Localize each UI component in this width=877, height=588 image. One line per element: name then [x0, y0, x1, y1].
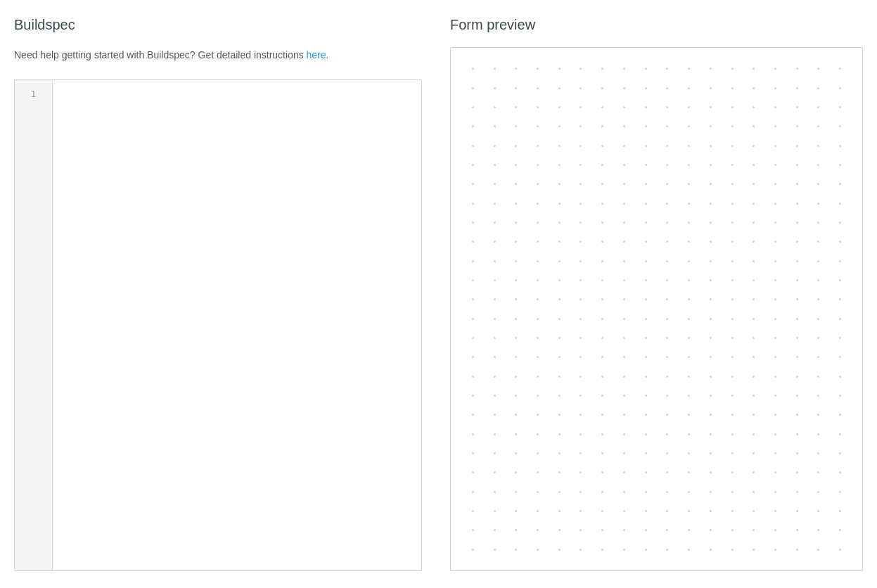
- dot: [678, 59, 700, 78]
- dot: [527, 367, 549, 386]
- dot: [678, 463, 700, 482]
- dot: [570, 251, 592, 270]
- dot: [613, 309, 635, 328]
- dot: [635, 193, 657, 212]
- dot: [484, 193, 506, 212]
- dot: [549, 405, 570, 424]
- dot: [700, 463, 722, 482]
- dot: [678, 347, 700, 366]
- dot: [462, 501, 484, 520]
- dot: [613, 463, 635, 482]
- dot: [527, 328, 549, 347]
- dot: [678, 213, 700, 232]
- dot: [549, 482, 570, 501]
- dot: [527, 444, 549, 463]
- help-link[interactable]: here.: [307, 49, 329, 60]
- dot: [700, 482, 722, 501]
- dot: [808, 347, 830, 366]
- buildspec-textarea[interactable]: [53, 80, 421, 570]
- dot: [786, 117, 808, 136]
- dot: [808, 213, 830, 232]
- dot: [570, 59, 592, 78]
- line-numbers: 1: [15, 80, 53, 570]
- dot: [635, 367, 657, 386]
- dot: [462, 290, 484, 309]
- dot: [722, 309, 743, 328]
- dot: [743, 117, 764, 136]
- dot: [591, 59, 613, 78]
- dot: [786, 463, 808, 482]
- dot: [635, 540, 657, 559]
- dot: [764, 59, 786, 78]
- dot: [527, 405, 549, 424]
- dot: [808, 463, 830, 482]
- dot: [786, 309, 808, 328]
- dot: [462, 213, 484, 232]
- dot: [808, 405, 830, 424]
- dot: [591, 232, 613, 251]
- dot: [613, 482, 635, 501]
- dot: [591, 309, 613, 328]
- dot: [678, 174, 700, 193]
- dot: [527, 213, 549, 232]
- dot: [613, 367, 635, 386]
- dot: [829, 271, 851, 290]
- dot: [570, 425, 592, 444]
- left-panel: Buildspec Need help getting started with…: [14, 17, 422, 571]
- dot: [678, 290, 700, 309]
- dot: [743, 59, 764, 78]
- dot: [462, 251, 484, 270]
- dot: [722, 136, 743, 155]
- dot: [743, 482, 764, 501]
- dot: [527, 117, 549, 136]
- dot: [700, 78, 722, 97]
- dot: [764, 155, 786, 174]
- dot: [484, 59, 506, 78]
- dot: [808, 251, 830, 270]
- dot: [635, 309, 657, 328]
- dot: [722, 213, 743, 232]
- dot: [635, 213, 657, 232]
- dot: [656, 193, 678, 212]
- dot: [570, 98, 592, 117]
- dot: [484, 309, 506, 328]
- dot: [484, 347, 506, 366]
- dot: [505, 117, 527, 136]
- dot: [829, 136, 851, 155]
- dot: [635, 405, 657, 424]
- dot: [722, 425, 743, 444]
- dot: [527, 251, 549, 270]
- dot: [722, 463, 743, 482]
- dot: [591, 482, 613, 501]
- dot: [570, 232, 592, 251]
- dot: [656, 386, 678, 405]
- dot: [808, 174, 830, 193]
- dot: [743, 251, 764, 270]
- dot: [505, 540, 527, 559]
- dot: [570, 78, 592, 97]
- dot: [484, 98, 506, 117]
- dot: [462, 520, 484, 539]
- dot: [527, 540, 549, 559]
- dot: [549, 540, 570, 559]
- dot: [656, 405, 678, 424]
- dot: [700, 271, 722, 290]
- dot: [462, 59, 484, 78]
- dot: [635, 271, 657, 290]
- dot: [829, 463, 851, 482]
- dot: [678, 425, 700, 444]
- dot: [591, 540, 613, 559]
- dot: [462, 309, 484, 328]
- dot: [829, 482, 851, 501]
- dot: [700, 174, 722, 193]
- dot: [505, 213, 527, 232]
- dot: [635, 136, 657, 155]
- dot: [829, 193, 851, 212]
- dot: [656, 213, 678, 232]
- dot: [786, 78, 808, 97]
- dot: [484, 271, 506, 290]
- dot: [722, 501, 743, 520]
- dot: [829, 520, 851, 539]
- dot: [591, 347, 613, 366]
- dot: [527, 347, 549, 366]
